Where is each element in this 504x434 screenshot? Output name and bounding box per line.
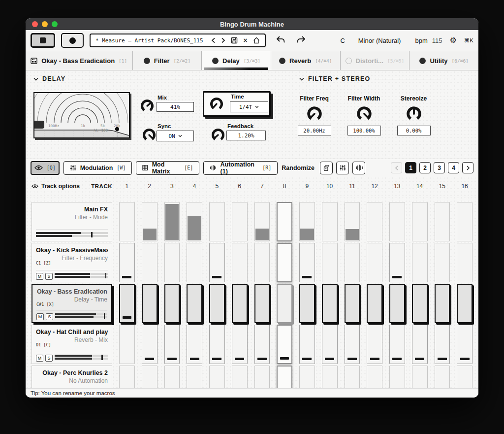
randomize-params-button[interactable]: [336, 162, 349, 174]
step-cell[interactable]: [389, 366, 405, 388]
tab-reverb[interactable]: Reverb [4/⌘4]: [271, 51, 341, 70]
step-cell[interactable]: [299, 202, 315, 241]
step-cell[interactable]: [232, 366, 248, 388]
prev-preset-button[interactable]: [211, 37, 216, 43]
solo-button[interactable]: S: [45, 355, 53, 362]
step-cell[interactable]: [164, 325, 180, 364]
step-cell[interactable]: [389, 202, 405, 241]
zoom-window-button[interactable]: [52, 21, 58, 27]
step-cell[interactable]: [367, 243, 382, 282]
step-cell[interactable]: [142, 243, 158, 282]
step-cell[interactable]: [412, 366, 428, 388]
step-cell[interactable]: [187, 325, 202, 364]
mix-value[interactable]: 41%: [157, 102, 194, 112]
step-cell[interactable]: [299, 284, 315, 323]
step-cell[interactable]: [254, 325, 270, 364]
delay-visualizer[interactable]: 100Hz 1k 5k 20k W: 100: [33, 92, 130, 138]
close-window-button[interactable]: [32, 21, 38, 27]
key-scale[interactable]: Minor (Natural): [358, 37, 401, 44]
step-cell[interactable]: [277, 366, 292, 388]
step-cell[interactable]: [119, 366, 135, 388]
feedback-knob[interactable]: [211, 128, 225, 142]
step-cell[interactable]: [254, 243, 270, 282]
preset-path-bar[interactable]: * Measure – Artist Pack/BONES_115 ×: [90, 33, 266, 47]
step-cell[interactable]: [435, 202, 450, 241]
track-slider[interactable]: [36, 232, 108, 238]
freq-handle[interactable]: [34, 121, 44, 129]
tab-utility[interactable]: Utility [6/⌘6]: [410, 51, 478, 70]
sync-knob[interactable]: [142, 128, 157, 142]
track-slider[interactable]: [55, 313, 107, 320]
step-cell[interactable]: [435, 366, 450, 388]
step-cell[interactable]: [412, 325, 428, 364]
step-cell[interactable]: [164, 202, 180, 241]
step-cell[interactable]: [457, 325, 472, 364]
time-dropdown[interactable]: 1/4T: [230, 101, 268, 112]
step-cell[interactable]: [345, 325, 360, 364]
step-cell[interactable]: [435, 243, 450, 282]
mute-button[interactable]: M: [36, 273, 43, 280]
page-4-button[interactable]: 4: [448, 162, 459, 173]
step-cell[interactable]: [209, 366, 225, 388]
bpm-value[interactable]: 115: [432, 37, 442, 44]
automation-button[interactable]: Automation (1) [R]: [203, 161, 278, 175]
page-next-button[interactable]: [462, 162, 473, 173]
track-slider[interactable]: [55, 273, 108, 279]
time-knob[interactable]: [209, 97, 224, 111]
track-slider[interactable]: [55, 355, 108, 361]
save-icon[interactable]: [231, 37, 238, 44]
step-cell[interactable]: [389, 243, 405, 282]
track-card[interactable]: Okay - Bass Eradication Delay - Time C#1…: [32, 284, 112, 323]
eye-icon[interactable]: [32, 184, 38, 189]
mod-matrix-button[interactable]: Mod Matrix [E]: [136, 161, 199, 175]
filter-freq-knob[interactable]: [306, 105, 323, 122]
step-cell[interactable]: [367, 284, 382, 323]
step-cell[interactable]: [209, 325, 225, 364]
filter-stereo-section-header[interactable]: FILTER + STEREO: [299, 75, 440, 82]
randomize-all-button[interactable]: [320, 162, 333, 174]
step-cell[interactable]: [187, 202, 202, 241]
page-2-button[interactable]: 2: [419, 162, 431, 173]
step-cell[interactable]: [412, 243, 428, 282]
stop-button[interactable]: [31, 33, 55, 48]
tab-track-okay-bass-eradication[interactable]: Okay - Bass Eradication [1]: [26, 51, 133, 70]
view-toggle-button[interactable]: [Q]: [31, 161, 60, 175]
stereoize-value[interactable]: 0.00%: [397, 126, 431, 135]
step-cell[interactable]: [119, 243, 135, 282]
step-cell[interactable]: [119, 325, 135, 364]
track-card[interactable]: Okay - Kick PassiveMassive Filter - Freq…: [32, 243, 112, 282]
step-cell[interactable]: [164, 243, 180, 282]
mix-knob[interactable]: [140, 99, 155, 113]
step-cell[interactable]: [389, 325, 405, 364]
page-1-button[interactable]: 1: [405, 162, 416, 173]
step-cell[interactable]: [164, 366, 180, 388]
command-palette-shortcut[interactable]: ⌘K: [464, 37, 473, 44]
step-cell[interactable]: [277, 243, 292, 282]
step-cell[interactable]: [209, 284, 225, 323]
step-cell[interactable]: [254, 284, 270, 323]
step-cell[interactable]: [209, 202, 225, 241]
solo-button[interactable]: S: [45, 273, 53, 280]
stereoize-knob[interactable]: [406, 105, 422, 122]
tab-distortion[interactable]: Distorti... [5/⌘5]: [341, 51, 410, 70]
step-cell[interactable]: [142, 325, 158, 364]
step-cell[interactable]: [322, 325, 338, 364]
track-options-label[interactable]: Track options: [41, 183, 80, 190]
step-cell[interactable]: [457, 366, 472, 388]
step-cell[interactable]: [345, 366, 360, 388]
tab-filter[interactable]: Filter [2/⌘2]: [133, 51, 202, 70]
sync-dropdown[interactable]: ON: [157, 131, 194, 141]
record-button[interactable]: [61, 33, 84, 48]
step-cell[interactable]: [322, 202, 338, 241]
step-cell[interactable]: [322, 284, 338, 323]
mute-button[interactable]: M: [36, 355, 43, 362]
delay-section-header[interactable]: DELAY: [33, 75, 288, 82]
step-cell[interactable]: [209, 243, 225, 282]
step-cell[interactable]: [345, 243, 360, 282]
step-cell[interactable]: [457, 284, 472, 323]
key-root[interactable]: C: [340, 37, 345, 44]
step-cell[interactable]: [299, 325, 315, 364]
track-card[interactable]: Okay - Hat Chill and play f... Reverb - …: [32, 325, 112, 364]
step-cell[interactable]: [389, 284, 405, 323]
step-cell[interactable]: [435, 284, 450, 323]
